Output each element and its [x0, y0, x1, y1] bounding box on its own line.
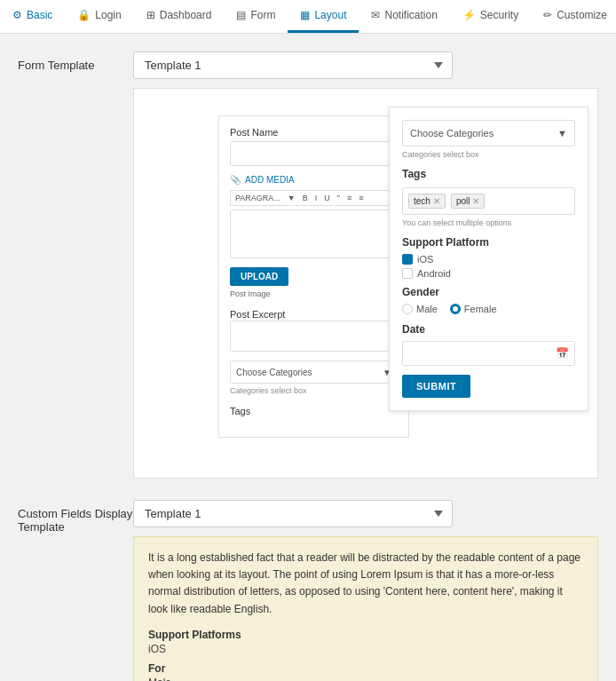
fp-android-row: Android — [402, 268, 575, 279]
fp-submit-button[interactable]: SUBMIT — [402, 375, 470, 398]
security-icon: ⚡ — [462, 9, 476, 21]
tab-bar: ⚙ Basic 🔒 Login ⊞ Dashboard ▤ Form ▦ Lay… — [0, 0, 616, 34]
tab-customize-label: Customize — [557, 9, 607, 21]
fp-date-title: Date — [402, 323, 575, 336]
mock-categories-field: Choose Categories ▼ Categories select bo… — [230, 360, 398, 395]
fp-tag-poll-remove[interactable]: ✕ — [472, 196, 479, 206]
tab-customize[interactable]: ✏ Customize — [531, 0, 616, 33]
mock-post-name-input — [230, 141, 398, 166]
fp-gender-title: Gender — [402, 286, 575, 298]
floating-panel-right: Choose Categories ▼ Categories select bo… — [389, 107, 588, 411]
tab-notification[interactable]: ✉ Notification — [359, 0, 449, 33]
custom-fields-label-line1: Custom Fields Display — [18, 507, 132, 520]
fp-multiple-hint: You can select multiple options — [402, 218, 575, 227]
tab-notification-label: Notification — [384, 9, 437, 21]
fp-male-option[interactable]: Male — [402, 304, 438, 314]
fp-male-radio[interactable] — [402, 304, 413, 314]
tab-login-label: Login — [95, 9, 121, 21]
mock-post-name-field: Post Name — [230, 127, 398, 166]
mock-form-left: Post Name 📎 ADD MEDIA PARAGRA... ▼ B I — [218, 115, 409, 438]
tab-layout[interactable]: ▦ Layout — [288, 0, 359, 33]
dashboard-icon: ⊞ — [146, 9, 155, 21]
customize-icon: ✏ — [543, 9, 552, 21]
fp-categories-select: Choose Categories ▼ — [402, 120, 575, 146]
fp-ios-row: iOS — [402, 254, 575, 265]
mock-categories-select: Choose Categories ▼ — [230, 360, 398, 384]
mock-excerpt-label: Post Excerpt — [230, 309, 285, 320]
fp-tag-poll-label: poll — [456, 196, 470, 206]
fp-android-checkbox[interactable] — [402, 268, 413, 279]
fp-gender-row: Male Female — [402, 304, 575, 314]
fp-android-label: Android — [417, 268, 451, 279]
fp-tag-poll: poll ✕ — [451, 194, 486, 209]
mock-add-media: 📎 ADD MEDIA — [230, 175, 398, 185]
fp-calendar-icon: 📅 — [556, 347, 569, 360]
cfd-support-title: Support Platforms — [148, 629, 583, 641]
form-template-label: Form Template — [18, 51, 133, 72]
mock-tags-label: Tags — [230, 406, 250, 416]
custom-fields-preview: It is a long established fact that a rea… — [133, 536, 598, 681]
mock-upload-field: UPLOAD Post Image — [230, 267, 398, 298]
basic-icon: ⚙ — [12, 9, 22, 21]
mock-post-name-label: Post Name — [230, 127, 398, 138]
mock-toolbar: PARAGRA... ▼ B I U " ≡ ≡ — [230, 190, 398, 206]
tab-layout-label: Layout — [314, 9, 346, 21]
mock-excerpt-field: Post Excerpt — [230, 307, 398, 352]
form-template-preview: Post Name 📎 ADD MEDIA PARAGRA... ▼ B I — [133, 88, 598, 479]
custom-fields-label: Custom Fields Display Template — [18, 500, 133, 534]
fp-categories-placeholder: Choose Categories — [410, 128, 494, 139]
cfd-field-for: For Male — [148, 662, 583, 681]
notification-icon: ✉ — [371, 9, 380, 21]
tab-basic-label: Basic — [27, 9, 52, 21]
fp-male-label: Male — [416, 304, 438, 314]
form-icon: ▤ — [236, 9, 246, 21]
tab-dashboard-label: Dashboard — [160, 9, 212, 21]
cfd-for-title: For — [148, 662, 583, 675]
fp-date-input[interactable]: 📅 — [402, 341, 575, 366]
tab-form-label: Form — [250, 9, 275, 21]
mock-upload-button[interactable]: UPLOAD — [230, 267, 288, 286]
fp-female-label: Female — [464, 304, 497, 314]
tab-security[interactable]: ⚡ Security — [450, 0, 531, 33]
fp-support-title: Support Platform — [402, 236, 575, 249]
main-content: Form Template Template 1 Template 2 Temp… — [0, 34, 616, 681]
fp-dropdown-arrow-icon: ▼ — [557, 128, 567, 139]
fp-categories-hint: Categories select box — [402, 150, 575, 159]
form-template-dropdown[interactable]: Template 1 Template 2 Template 3 — [133, 51, 453, 79]
layout-icon: ▦ — [300, 9, 310, 21]
tab-basic[interactable]: ⚙ Basic — [0, 0, 65, 33]
fp-tag-tech-remove[interactable]: ✕ — [433, 196, 440, 206]
mock-add-media-field: 📎 ADD MEDIA PARAGRA... ▼ B I U " ≡ ≡ — [230, 175, 398, 258]
fp-female-radio[interactable] — [450, 304, 461, 314]
tab-dashboard[interactable]: ⊞ Dashboard — [134, 0, 225, 33]
cfd-support-value: iOS — [148, 643, 583, 655]
custom-fields-dropdown[interactable]: Template 1 Template 2 Template 3 — [133, 500, 453, 527]
form-template-section: Form Template Template 1 Template 2 Temp… — [18, 51, 598, 479]
mock-excerpt-box — [230, 321, 398, 352]
cfd-for-value: Male — [148, 677, 583, 681]
tab-login[interactable]: 🔒 Login — [65, 0, 133, 33]
fp-tags-area: tech ✕ poll ✕ — [402, 187, 575, 215]
cfd-field-support-platforms: Support Platforms iOS — [148, 629, 583, 655]
custom-fields-section: Custom Fields Display Template Template … — [18, 500, 598, 681]
add-media-label: ADD MEDIA — [245, 175, 295, 185]
fp-tag-tech-label: tech — [414, 196, 430, 206]
fp-tag-tech: tech ✕ — [408, 194, 446, 209]
mock-tags-field: Tags — [230, 404, 398, 417]
tab-form[interactable]: ▤ Form — [224, 0, 288, 33]
plus-icon: 📎 — [230, 175, 241, 185]
mock-categories-placeholder: Choose Categories — [236, 368, 312, 377]
mock-categories-select-hint: Categories select box — [230, 386, 398, 395]
cfd-preview-text: It is a long established fact that a rea… — [148, 550, 583, 618]
fp-ios-checkbox[interactable] — [402, 254, 413, 265]
mock-post-image-label: Post Image — [230, 289, 398, 298]
fp-female-option[interactable]: Female — [450, 304, 497, 314]
fp-ios-label: iOS — [417, 254, 433, 265]
custom-fields-content: Template 1 Template 2 Template 3 It is a… — [133, 500, 598, 681]
tab-security-label: Security — [480, 9, 518, 21]
fp-tags-title: Tags — [402, 168, 575, 180]
mock-content-area — [230, 210, 398, 258]
login-icon: 🔒 — [77, 9, 91, 21]
form-template-content: Template 1 Template 2 Template 3 Post Na… — [133, 51, 598, 479]
custom-fields-label-line2: Template — [18, 520, 65, 534]
